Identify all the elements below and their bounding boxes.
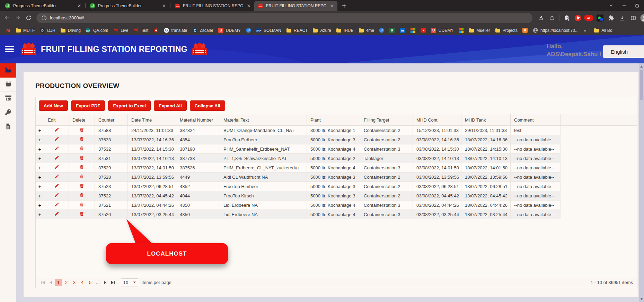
sidebar-item-bin[interactable] <box>0 78 16 92</box>
scroll-down-icon[interactable] <box>639 296 644 301</box>
bookmark-item-zscaler[interactable]: ZZscaler <box>189 27 215 34</box>
bookmark-item-mutf[interactable]: MUTF <box>13 27 37 34</box>
share-icon[interactable] <box>536 13 546 23</box>
expand-row-button[interactable]: + <box>38 193 42 199</box>
delete-button[interactable] <box>78 173 86 181</box>
bookmark-item-projects[interactable]: Projects <box>493 27 520 34</box>
column-header-expand[interactable] <box>36 114 44 125</box>
tab-close-icon[interactable] <box>161 3 167 9</box>
delete-button[interactable] <box>78 145 86 153</box>
page-number-5[interactable]: 5 <box>87 279 94 286</box>
browser-tab[interactable]: FRUIT FILLING STATION REPORTING <box>171 1 254 11</box>
column-header-counter[interactable]: Counter <box>95 114 128 125</box>
bookmark-item-translate[interactable]: Gtranslate <box>161 27 189 34</box>
tab-close-icon[interactable] <box>76 3 82 9</box>
profile-avatar[interactable] <box>639 13 644 23</box>
expand-row-button[interactable]: + <box>38 146 42 152</box>
sidebar-item-store-lock[interactable] <box>0 92 16 106</box>
edit-button[interactable] <box>53 173 60 181</box>
bookmark-item-all-bo[interactable]: All Bo <box>591 27 615 34</box>
expand-row-button[interactable]: + <box>38 127 42 133</box>
delete-button[interactable] <box>78 183 86 190</box>
page-number-3[interactable]: 3 <box>71 279 78 286</box>
edit-button[interactable] <box>53 126 60 134</box>
split-screen-icon[interactable] <box>628 13 638 23</box>
prev-page-button[interactable] <box>47 279 54 286</box>
next-page-button[interactable] <box>102 279 109 286</box>
bookmarks-overflow-icon[interactable]: » <box>581 28 588 33</box>
delete-button[interactable] <box>78 154 86 162</box>
edit-button[interactable] <box>53 211 60 218</box>
forward-button[interactable] <box>13 13 23 23</box>
export-to-excel-button[interactable]: Export to Excel <box>108 100 151 111</box>
new-tab-button[interactable] <box>339 1 349 10</box>
page-number-2[interactable]: 2 <box>63 279 70 286</box>
bookmark-item-udemy[interactable]: UUDEMY <box>429 27 456 34</box>
extension-hand-blocker-icon[interactable] <box>573 13 583 23</box>
extension-ghost-icon[interactable] <box>562 13 572 23</box>
page-size-select[interactable]: 10 <box>121 278 138 286</box>
expand-row-button[interactable]: + <box>38 184 42 189</box>
column-header-mhd-cont[interactable]: MHD Cont <box>413 114 461 125</box>
bookmark-item-driving[interactable]: Driving <box>58 27 83 34</box>
delete-button[interactable] <box>78 126 86 134</box>
downloads-icon[interactable] <box>617 13 627 23</box>
url-text[interactable]: localhost:3000/#/ <box>50 15 84 20</box>
bookmark-item[interactable]: X <box>387 27 397 34</box>
browser-tab[interactable]: Progress ThemeBuilder <box>86 1 169 11</box>
bookmark-item-djh[interactable]: DDJH <box>37 27 58 34</box>
edit-button[interactable] <box>53 145 60 153</box>
delete-button[interactable] <box>78 164 86 171</box>
delete-button[interactable] <box>78 201 86 209</box>
browser-tab[interactable]: FRUIT FILLING STATION REPORTING <box>254 1 337 11</box>
column-header-plant[interactable]: Plant <box>307 114 360 125</box>
edit-button[interactable] <box>53 183 60 190</box>
bookmark-item-react[interactable]: REACT <box>284 27 310 34</box>
expand-all-button[interactable]: Expand All <box>154 100 187 111</box>
edit-button[interactable] <box>53 164 60 171</box>
export-pdf-button[interactable]: Export PDF <box>71 100 105 111</box>
last-page-button[interactable] <box>109 279 117 286</box>
bookmark-item[interactable] <box>418 27 429 34</box>
column-header-comment[interactable]: Comment <box>511 114 561 125</box>
column-header-mhd-tank[interactable]: MHD Tank <box>461 114 511 125</box>
expand-row-button[interactable]: + <box>38 156 42 161</box>
edit-button[interactable] <box>53 201 60 209</box>
bookmark-item[interactable] <box>456 27 466 34</box>
expand-row-button[interactable]: + <box>38 202 42 208</box>
scroll-up-icon[interactable] <box>639 64 644 69</box>
edit-button[interactable] <box>53 136 60 143</box>
bookmark-item-4me[interactable]: 4me <box>356 27 377 34</box>
expand-row-button[interactable]: + <box>38 212 42 217</box>
expand-row-button[interactable]: + <box>38 174 42 180</box>
column-header-material-number[interactable]: Material Number <box>176 114 220 125</box>
sidebar-item-factory[interactable] <box>0 63 16 78</box>
edit-button[interactable] <box>53 154 60 162</box>
bookmark-item[interactable]: M <box>3 27 13 34</box>
column-header-delete[interactable]: Delete <box>69 114 95 125</box>
restore-button[interactable] <box>631 0 644 11</box>
back-button[interactable] <box>2 13 12 23</box>
minimize-button[interactable] <box>618 0 631 11</box>
column-header-edit[interactable]: Edit <box>44 114 69 125</box>
expand-row-button[interactable]: + <box>38 165 42 171</box>
menu-hamburger-button[interactable] <box>5 44 15 54</box>
delete-button[interactable] <box>78 136 86 143</box>
bookmark-item-test[interactable]: Test <box>131 27 151 34</box>
bookmark-item[interactable] <box>151 27 161 34</box>
expand-row-button[interactable]: + <box>38 137 42 143</box>
tab-close-icon[interactable] <box>246 3 252 9</box>
tab-search-chevron-icon[interactable] <box>605 0 618 11</box>
page-number-1[interactable]: 1 <box>55 279 62 286</box>
column-header-filling-target[interactable]: Filling Target <box>360 114 413 125</box>
bookmark-item-azure[interactable]: Azure <box>310 27 333 34</box>
bookmark-item-udemy[interactable]: UUDEMY <box>216 27 243 34</box>
extension-infinity-icon[interactable]: ∞ <box>584 13 594 23</box>
bookmark-item-qa-com[interactable]: QAQA.com <box>83 27 111 34</box>
refresh-button[interactable] <box>24 13 34 23</box>
bookmark-item-live[interactable]: Live <box>111 27 131 34</box>
collapse-all-button[interactable]: Collapse All <box>190 100 225 111</box>
page-ellipsis[interactable]: ... <box>96 280 100 285</box>
bookmark-item-ihub[interactable]: IHUB <box>334 27 356 34</box>
bookmark-item[interactable] <box>520 27 530 34</box>
